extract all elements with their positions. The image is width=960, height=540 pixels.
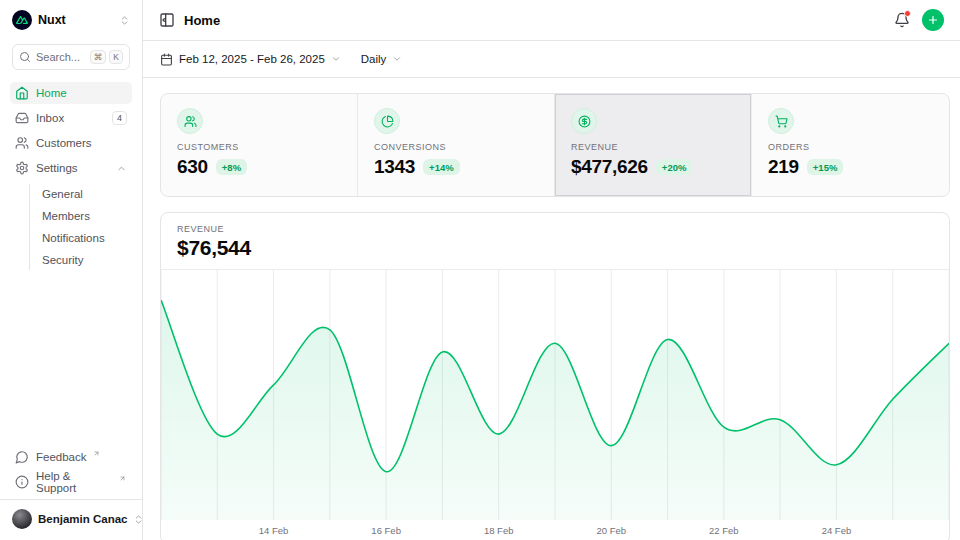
settings-submenu: General Members Notifications Security [29,184,132,270]
inbox-icon [15,111,29,125]
sidebar-item-notifications[interactable]: Notifications [38,228,132,248]
feedback-link[interactable]: Feedback [10,446,132,468]
calendar-icon [160,53,173,66]
main-area: Home Feb 12, 2025 - Feb 26, 2025 [143,0,960,540]
header-actions [894,9,944,31]
nuxt-logo-icon [12,10,32,30]
dashboard-app: Nuxt Search... ⌘ K Home [0,0,960,540]
stat-card-customers[interactable]: CUSTOMERS 630 +8% [161,94,358,196]
stat-card-revenue[interactable]: REVENUE $477,626 +20% [555,94,752,196]
workspace-switcher[interactable]: Nuxt [0,0,142,36]
gear-icon [15,161,29,175]
revenue-area-chart[interactable] [161,270,949,520]
user-name: Benjamin Canac [38,513,127,525]
external-link-icon [93,450,100,457]
stat-delta-badge: +8% [216,159,247,175]
chart-metric-label: REVENUE [177,224,933,234]
shopping-cart-icon [768,108,794,134]
sidebar-item-customers[interactable]: Customers [10,132,132,154]
chevrons-up-down-icon [119,15,130,26]
stat-card-orders[interactable]: ORDERS 219 +15% [752,94,949,196]
help-support-label: Help & Support [36,470,113,494]
x-axis-tick: 24 Feb [822,525,852,536]
help-support-link[interactable]: Help & Support [10,471,132,493]
feedback-label: Feedback [36,451,87,463]
sidebar-item-inbox[interactable]: Inbox 4 [10,107,132,129]
x-axis-tick: 18 Feb [484,525,514,536]
panel-left-close-icon [159,12,175,28]
chevron-up-icon [116,163,127,174]
x-axis-tick: 14 Feb [259,525,289,536]
sidebar-footer: Feedback Help & Support [0,446,142,499]
stat-delta-badge: +14% [423,159,460,175]
page-title: Home [184,13,220,28]
date-range-picker[interactable]: Feb 12, 2025 - Feb 26, 2025 [160,53,341,66]
sidebar-item-home[interactable]: Home [10,82,132,104]
user-menu[interactable]: Benjamin Canac [8,507,134,531]
search-icon [19,51,31,63]
search-placeholder: Search... [36,51,80,63]
workspace-name: Nuxt [38,13,113,27]
stat-delta-badge: +20% [656,159,693,175]
sidebar-nav: Home Inbox 4 Customers Settings [0,80,142,270]
sidebar-spacer [0,270,142,446]
sidebar-item-security[interactable]: Security [38,250,132,270]
users-icon [177,108,203,134]
chevron-down-icon [392,54,402,64]
stat-delta-badge: +15% [807,159,844,175]
sidebar-collapse-button[interactable] [159,12,175,28]
page-content: CUSTOMERS 630 +8% CONVERSIONS 1343 +14% [143,78,960,540]
chart-metric-value: $76,544 [177,236,933,260]
sidebar-item-members[interactable]: Members [38,206,132,226]
add-button[interactable] [922,9,944,31]
user-section: Benjamin Canac [0,499,142,540]
stat-value: 219 [768,156,799,178]
dollar-circle-icon [571,108,597,134]
stat-label: REVENUE [571,142,735,152]
chart-pie-icon [374,108,400,134]
page-header: Home [143,0,960,41]
stat-value: 630 [177,156,208,178]
sidebar-item-general[interactable]: General [38,184,132,204]
stat-label: CONVERSIONS [374,142,538,152]
home-icon [15,86,29,100]
granularity-select[interactable]: Daily [361,53,403,65]
users-icon [15,136,29,150]
sidebar-item-settings[interactable]: Settings [10,157,132,179]
stat-value: $477,626 [571,156,648,178]
sidebar-item-label: Inbox [36,112,64,124]
x-axis: 14 Feb 16 Feb 18 Feb 20 Feb 22 Feb 24 Fe… [161,520,949,540]
revenue-chart-card: REVENUE $76,544 14 Feb 16 Feb 18 Feb 20 … [160,212,950,540]
sidebar-item-label: Home [36,87,67,99]
kbd-k: K [109,50,123,65]
chevron-down-icon [331,54,341,64]
notification-dot [904,10,911,17]
stat-label: CUSTOMERS [177,142,341,152]
date-range-value: Feb 12, 2025 - Feb 26, 2025 [179,53,325,65]
chart-header: REVENUE $76,544 [161,213,949,270]
granularity-value: Daily [361,53,387,65]
x-axis-tick: 22 Feb [709,525,739,536]
info-icon [15,475,29,489]
search-shortcut: ⌘ K [90,50,123,65]
filters-toolbar: Feb 12, 2025 - Feb 26, 2025 Daily [143,41,960,78]
sidebar: Nuxt Search... ⌘ K Home [0,0,143,540]
stat-card-conversions[interactable]: CONVERSIONS 1343 +14% [358,94,555,196]
kbd-cmd: ⌘ [90,50,107,65]
sidebar-item-label: Settings [36,162,78,174]
external-link-icon [119,475,126,482]
stat-label: ORDERS [768,142,933,152]
notifications-button[interactable] [894,12,910,28]
x-axis-tick: 20 Feb [596,525,626,536]
x-axis-tick: 16 Feb [371,525,401,536]
avatar [12,509,32,529]
stats-row: CUSTOMERS 630 +8% CONVERSIONS 1343 +14% [160,93,950,197]
inbox-count-badge: 4 [112,111,127,125]
stat-value: 1343 [374,156,415,178]
search-input[interactable]: Search... ⌘ K [12,44,130,70]
message-circle-icon [15,450,29,464]
plus-icon [927,14,939,26]
sidebar-item-label: Customers [36,137,92,149]
chart-canvas [161,270,949,520]
